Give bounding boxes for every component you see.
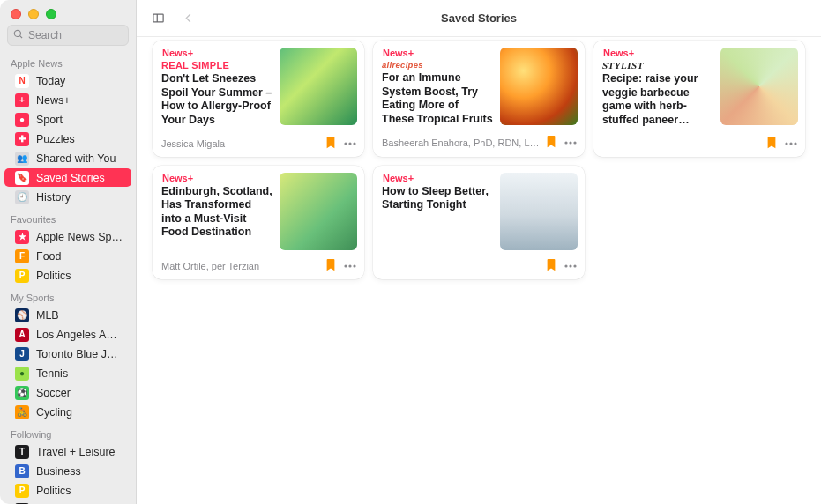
story-card[interactable]: News+allrecipesFor an Immune System Boos…	[373, 41, 585, 157]
story-thumbnail	[500, 48, 578, 125]
sidebar-item-history[interactable]: 🕘History	[4, 188, 131, 206]
content-area: News+REAL SIMPLEDon't Let Sneezes Spoil …	[137, 37, 821, 504]
bookmark-icon[interactable]	[766, 137, 777, 152]
story-card[interactable]: News+Edinburgh, Scotland, Has Transforme…	[153, 166, 364, 279]
sidebar-scroll[interactable]: Apple NewsNToday+News+●Sport✚Puzzles👥Sha…	[0, 51, 136, 504]
sidebar-item-soccer[interactable]: ⚽Soccer	[4, 383, 131, 402]
sidebar-item-politics[interactable]: PPolitics	[4, 481, 131, 500]
bookmark-icon[interactable]	[546, 136, 556, 151]
sidebar-item-saved-stories[interactable]: 🔖Saved Stories	[4, 168, 131, 187]
sidebar-item-icon: J	[15, 347, 29, 361]
svg-point-4	[569, 141, 571, 144]
sidebar-item-icon: ⚽	[15, 386, 29, 400]
sidebar-section-header: Apple News	[0, 51, 136, 70]
window-controls	[0, 0, 136, 25]
sidebar-item-puzzles[interactable]: ✚Puzzles	[4, 130, 131, 148]
story-author: Basheerah Enahora, PhD, RDN, LDN	[382, 137, 541, 148]
back-button[interactable]	[179, 10, 197, 27]
sidebar-item-label: MLB	[36, 308, 59, 322]
sidebar-section-header: Favourites	[0, 207, 136, 226]
svg-point-7	[789, 142, 792, 145]
sidebar-item-label: Shared with You	[36, 152, 116, 166]
sidebar-section-header: My Sports	[0, 285, 136, 305]
newsplus-badge: News+	[161, 173, 272, 183]
newsplus-badge: News+	[602, 48, 713, 58]
story-headline: Edinburgh, Scotland, Has Transformed int…	[161, 185, 272, 241]
sidebar-item-label: Los Angeles Angels	[36, 328, 123, 342]
svg-point-10	[348, 264, 351, 267]
sidebar-item-apple-news-spotlight[interactable]: ★Apple News Spotlight	[4, 227, 131, 246]
newsplus-label: News+	[383, 173, 414, 183]
sidebar-item-icon: P	[15, 484, 29, 498]
story-card[interactable]: News+REAL SIMPLEDon't Let Sneezes Spoil …	[153, 41, 364, 157]
more-options-button[interactable]	[562, 259, 579, 273]
story-card[interactable]: News+STYLISTRecipe: raise your veggie ba…	[593, 41, 805, 157]
bookmark-icon[interactable]	[325, 137, 336, 152]
more-options-button[interactable]	[341, 137, 359, 151]
main-pane: Saved Stories News+REAL SIMPLEDon't Let …	[137, 0, 821, 504]
sidebar-item-today[interactable]: NToday	[4, 71, 131, 90]
page-title: Saved Stories	[137, 11, 821, 25]
sidebar-item-politics[interactable]: PPolitics	[4, 266, 131, 285]
card-body: News+allrecipesFor an Immune System Boos…	[373, 41, 585, 127]
sidebar-item-travel-leisure[interactable]: TTravel + Leisure	[4, 442, 131, 461]
sidebar-item-business[interactable]: BBusiness	[4, 462, 131, 480]
sidebar-item-shared-with-you[interactable]: 👥Shared with You	[4, 149, 131, 167]
search-wrap	[0, 25, 136, 51]
sidebar-item-food[interactable]: FFood	[4, 247, 131, 265]
svg-point-0	[344, 142, 347, 145]
sidebar-item-label: Business	[36, 464, 81, 478]
svg-point-14	[573, 264, 576, 267]
zoom-window-button[interactable]	[46, 9, 56, 19]
bookmark-icon[interactable]	[546, 259, 556, 274]
sidebar-item-toronto-blue-jays[interactable]: JToronto Blue Jays	[4, 345, 131, 363]
publication-name: allrecipes	[382, 60, 493, 70]
sidebar-item-los-angeles-angels[interactable]: ALos Angeles Angels	[4, 325, 131, 344]
search-icon	[13, 29, 24, 42]
card-body: News+STYLISTRecipe: raise your veggie ba…	[593, 41, 805, 128]
sidebar-item-tennis[interactable]: ●Tennis	[4, 364, 131, 382]
sidebar-item-entertainment[interactable]: EEntertainment	[4, 500, 131, 504]
card-footer: Jessica Migala	[153, 131, 364, 157]
card-footer: Matt Ortile, per Terzian	[153, 254, 364, 279]
sidebar-item-mlb[interactable]: ⚾MLB	[4, 306, 131, 324]
bookmark-icon[interactable]	[325, 259, 336, 274]
story-headline: Recipe: raise your veggie barbecue game …	[602, 72, 713, 128]
more-options-button[interactable]	[562, 136, 579, 150]
story-card[interactable]: News+How to Sleep Better, Starting Tonig…	[373, 166, 585, 279]
sidebar-item-icon: ✚	[15, 132, 29, 146]
svg-point-13	[569, 264, 571, 267]
sidebar-item-label: Cycling	[36, 405, 72, 419]
story-headline: Don't Let Sneezes Spoil Your Summer – Ho…	[161, 72, 272, 128]
sidebar-item-label: Politics	[36, 484, 71, 498]
svg-point-9	[344, 264, 347, 267]
sidebar-item-icon: ★	[15, 230, 29, 244]
sidebar-item-label: Saved Stories	[36, 171, 105, 185]
close-window-button[interactable]	[11, 9, 21, 19]
sidebar-item-news[interactable]: +News+	[4, 91, 131, 109]
sidebar-item-icon: ⚾	[15, 308, 29, 322]
story-grid: News+REAL SIMPLEDon't Let Sneezes Spoil …	[153, 41, 805, 279]
sidebar-item-label: Food	[36, 249, 62, 263]
svg-point-2	[353, 142, 355, 145]
sidebar-item-cycling[interactable]: 🚴Cycling	[4, 403, 131, 421]
sidebar-item-icon: B	[15, 464, 29, 478]
sidebar-item-icon: 👥	[15, 152, 29, 166]
card-footer	[373, 254, 585, 279]
sidebar-item-icon: ●	[15, 367, 29, 381]
search-field[interactable]	[7, 25, 129, 46]
minimize-window-button[interactable]	[28, 9, 39, 19]
story-thumbnail	[280, 48, 357, 125]
more-options-button[interactable]	[782, 137, 800, 151]
newsplus-label: News+	[383, 48, 414, 58]
story-headline: How to Sleep Better, Starting Tonight	[382, 185, 493, 212]
toggle-sidebar-button[interactable]	[149, 10, 167, 27]
publication-name: REAL SIMPLE	[161, 60, 272, 70]
sidebar-item-sport[interactable]: ●Sport	[4, 110, 131, 129]
sidebar-item-label: Politics	[36, 269, 71, 283]
card-body: News+REAL SIMPLEDon't Let Sneezes Spoil …	[153, 41, 364, 128]
more-options-button[interactable]	[341, 259, 359, 273]
sidebar-item-label: Travel + Leisure	[36, 445, 116, 459]
search-input[interactable]	[28, 29, 123, 41]
app-window: Apple NewsNToday+News+●Sport✚Puzzles👥Sha…	[0, 0, 821, 504]
